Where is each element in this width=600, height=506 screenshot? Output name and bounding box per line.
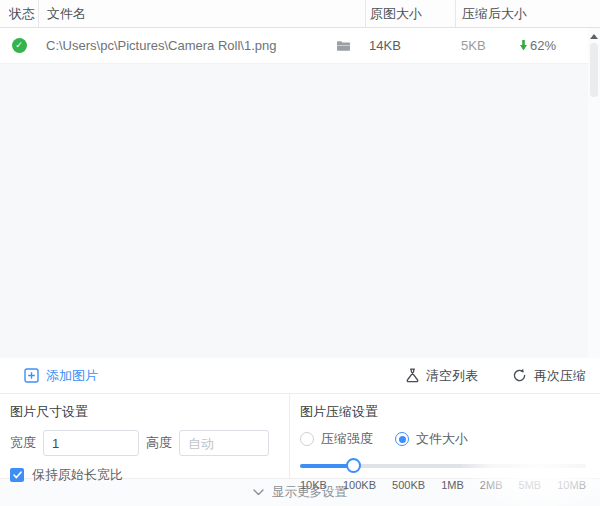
recompress-label: 再次压缩 <box>534 367 586 385</box>
radio-compression-strength[interactable]: 压缩强度 <box>300 430 373 448</box>
radio-checked-icon[interactable] <box>395 432 409 446</box>
tick-label: 10MB <box>557 479 586 491</box>
tick-label: 100KB <box>343 479 376 491</box>
compress-settings-title: 图片压缩设置 <box>300 403 586 421</box>
file-path: C:\Users\pc\Pictures\Camera Roll\1.png <box>46 38 336 53</box>
clear-list-label: 清空列表 <box>426 367 478 385</box>
row-status-cell: ✓ <box>0 38 38 53</box>
size-settings-title: 图片尺寸设置 <box>10 403 279 421</box>
open-folder-icon[interactable] <box>336 40 351 52</box>
keep-aspect-label: 保持原始长宽比 <box>32 466 123 484</box>
row-compressed-cell: 5KB 62% <box>455 38 600 53</box>
reduction-percent: 62% <box>530 38 556 53</box>
tick-label: 1MB <box>441 479 464 491</box>
tick-label: 500KB <box>392 479 425 491</box>
down-arrow-icon <box>519 40 528 51</box>
radio-file-size[interactable]: 文件大小 <box>395 430 468 448</box>
scrollbar-up-arrow-icon[interactable] <box>590 34 598 39</box>
table-row[interactable]: ✓ C:\Users\pc\Pictures\Camera Roll\1.png… <box>0 28 600 64</box>
reduction-badge: 62% <box>519 38 556 53</box>
original-size-value: 14KB <box>365 38 455 53</box>
scrollbar-thumb[interactable] <box>590 43 598 97</box>
file-list: ✓ C:\Users\pc\Pictures\Camera Roll\1.png… <box>0 28 600 358</box>
height-label: 高度 <box>146 434 172 452</box>
compress-settings-panel: 图片压缩设置 压缩强度 文件大小 10KB 100KB 500KB <box>290 394 600 478</box>
slider-handle[interactable] <box>346 458 361 473</box>
keep-aspect-checkbox[interactable] <box>10 468 24 482</box>
chevron-down-icon <box>253 489 264 496</box>
success-check-icon: ✓ <box>12 38 27 53</box>
file-size-slider[interactable] <box>300 458 586 474</box>
tick-label: 5MB <box>519 479 542 491</box>
recompress-button[interactable]: 再次压缩 <box>512 367 586 385</box>
column-header-original-size: 原图大小 <box>365 0 455 27</box>
settings-panels: 图片尺寸设置 宽度 高度 保持原始长宽比 图片压缩设置 压缩强度 <box>0 394 600 478</box>
height-input[interactable] <box>179 430 269 456</box>
tick-label: 2MB <box>480 479 503 491</box>
image-compressor-window: 状态 文件名 原图大小 压缩后大小 ✓ C:\Users\pc\Pictures… <box>0 0 600 506</box>
toolbar: 添加图片 清空列表 再次压缩 <box>0 358 600 394</box>
file-table-header: 状态 文件名 原图大小 压缩后大小 <box>0 0 600 28</box>
row-filename-cell: C:\Users\pc\Pictures\Camera Roll\1.png <box>38 38 365 53</box>
compression-strength-label: 压缩强度 <box>321 430 373 448</box>
radio-unchecked-icon[interactable] <box>300 432 314 446</box>
refresh-icon <box>512 368 527 383</box>
clear-list-button[interactable]: 清空列表 <box>406 367 478 385</box>
add-image-label: 添加图片 <box>46 367 98 385</box>
plus-square-icon <box>24 368 39 383</box>
column-header-filename: 文件名 <box>38 0 365 27</box>
width-input[interactable] <box>43 430 139 456</box>
file-size-label: 文件大小 <box>416 430 468 448</box>
column-header-status: 状态 <box>0 0 38 27</box>
add-image-button[interactable]: 添加图片 <box>24 367 98 385</box>
compressed-size-value: 5KB <box>461 38 519 53</box>
list-scrollbar[interactable] <box>588 28 600 358</box>
size-settings-panel: 图片尺寸设置 宽度 高度 保持原始长宽比 <box>0 394 290 478</box>
column-header-compressed-size: 压缩后大小 <box>455 0 600 27</box>
check-icon <box>13 471 22 479</box>
clear-flask-icon <box>406 368 419 383</box>
width-label: 宽度 <box>10 434 36 452</box>
tick-label: 10KB <box>300 479 327 491</box>
slider-tick-labels: 10KB 100KB 500KB 1MB 2MB 5MB 10MB <box>300 479 586 491</box>
